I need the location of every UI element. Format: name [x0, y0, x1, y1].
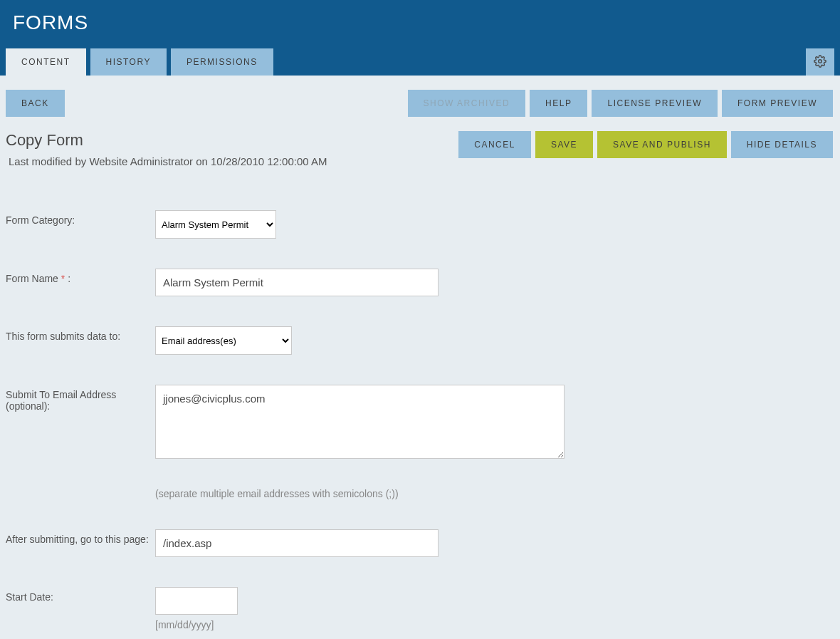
- license-preview-button[interactable]: LICENSE PREVIEW: [592, 90, 718, 117]
- last-modified-text: Last modified by Website Administrator o…: [6, 155, 327, 167]
- cancel-button[interactable]: CANCEL: [458, 131, 531, 158]
- tab-content[interactable]: CONTENT: [6, 48, 86, 76]
- show-archived-button[interactable]: SHOW ARCHIVED: [408, 90, 526, 117]
- after-submit-label: After submitting, go to this page:: [6, 529, 155, 545]
- gear-icon: [814, 55, 826, 70]
- form-name-label: Form Name * :: [6, 269, 155, 284]
- help-button[interactable]: HELP: [530, 90, 587, 117]
- page-title: Copy Form: [6, 131, 327, 150]
- back-button[interactable]: BACK: [6, 90, 65, 117]
- form-category-select[interactable]: Alarm System Permit: [155, 210, 276, 239]
- save-publish-button[interactable]: SAVE AND PUBLISH: [597, 131, 727, 158]
- tab-history[interactable]: HISTORY: [90, 48, 167, 76]
- after-submit-input[interactable]: [155, 529, 439, 557]
- save-button[interactable]: SAVE: [535, 131, 593, 158]
- svg-point-0: [819, 59, 822, 63]
- hide-details-button[interactable]: HIDE DETAILS: [731, 131, 833, 158]
- page-header-title: FORMS: [6, 6, 834, 48]
- submits-to-select[interactable]: Email address(es): [155, 326, 292, 355]
- submit-email-label: Submit To Email Address (optional):: [6, 385, 155, 412]
- start-date-label: Start Date:: [6, 587, 155, 603]
- start-date-hint: [mm/dd/yyyy]: [155, 619, 834, 630]
- submit-email-textarea[interactable]: jjones@civicplus.com: [155, 385, 565, 459]
- settings-button[interactable]: [806, 48, 834, 76]
- form-preview-button[interactable]: FORM PREVIEW: [722, 90, 833, 117]
- start-date-input[interactable]: [155, 587, 238, 615]
- tab-permissions[interactable]: PERMISSIONS: [171, 48, 273, 76]
- submit-email-hint: (separate multiple email addresses with …: [155, 488, 834, 499]
- form-name-input[interactable]: [155, 269, 439, 296]
- form-category-label: Form Category:: [6, 210, 155, 226]
- submits-to-label: This form submits data to:: [6, 326, 155, 342]
